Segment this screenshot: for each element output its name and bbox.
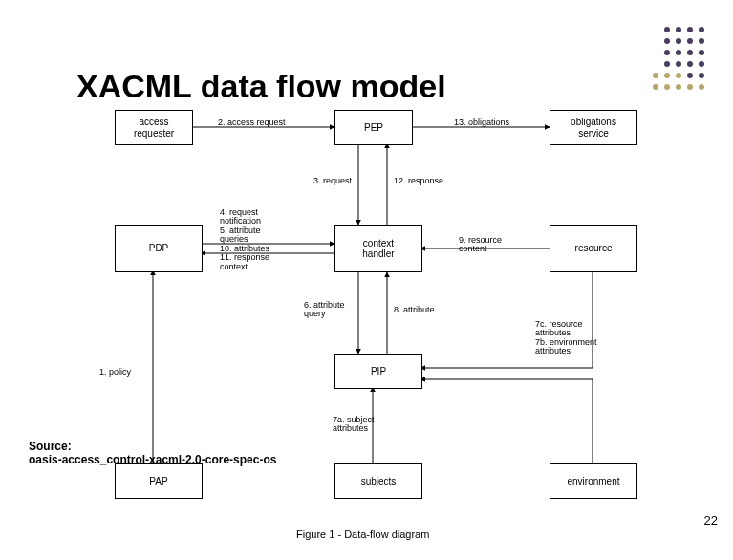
box-context-handler: contexthandler — [334, 225, 422, 272]
label-2-access-request: 2. access request — [218, 118, 286, 127]
slide-title: XACML data flow model — [76, 68, 446, 105]
box-pap: PAP — [115, 463, 203, 499]
label-9-resource-content: 9. resourcecontent — [459, 236, 502, 254]
title-decoration — [599, 27, 704, 96]
box-subjects: subjects — [334, 463, 422, 499]
box-access-requester: accessrequester — [115, 110, 193, 145]
label-4-5-10-11: 4. requestnotification5. attributequerie… — [220, 208, 269, 271]
page-number: 22 — [704, 513, 718, 528]
label-8-attribute: 8. attribute — [394, 306, 435, 314]
label-1-policy: 1. policy — [99, 368, 131, 377]
box-obligations-service: obligationsservice — [550, 110, 637, 145]
source-text: oasis-access_control-xacml-2.0-core-spec… — [29, 453, 276, 466]
box-pep: PEP — [334, 110, 413, 145]
label-7a-subject-attributes: 7a. subjectattributes — [333, 416, 375, 434]
figure-caption: Figure 1 - Data-flow diagram — [296, 528, 429, 540]
label-7c-7b: 7c. resourceattributes7b. environmentatt… — [535, 320, 597, 356]
source-label: Source: — [29, 440, 72, 453]
label-3-request: 3. request — [313, 177, 352, 185]
label-13-obligations: 13. obligations — [454, 118, 509, 127]
box-pdp: PDP — [115, 225, 203, 272]
label-6-attribute-query: 6. attributequery — [304, 301, 345, 319]
label-12-response: 12. response — [394, 177, 443, 185]
source-citation: Source: oasis-access_control-xacml-2.0-c… — [29, 440, 276, 466]
box-pip: PIP — [334, 354, 422, 389]
box-environment: environment — [550, 463, 637, 499]
box-resource: resource — [550, 225, 637, 272]
